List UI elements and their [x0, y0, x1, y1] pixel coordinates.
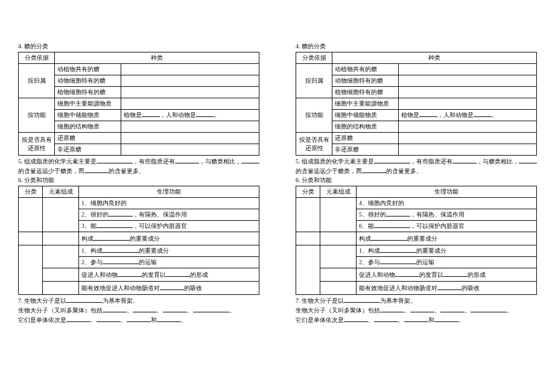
- section7-text: 7. 生物大分子是以为基本骨架。 生物大分子（又叫多聚体）包括、、、。 它们是单…: [18, 296, 259, 325]
- cell-blank: [121, 87, 259, 98]
- row-function: 按功能: [296, 98, 332, 133]
- cell-blank: [19, 245, 43, 295]
- right-column: 4. 糖的分类 分类依据 种类 按归属 动植物共有的糖 动物细胞特有的糖 植物细…: [296, 42, 537, 374]
- cell-shared-sugar: 动植物共有的糖: [332, 64, 399, 75]
- section5-text: 5. 组成脂质的化学元素主要是，有些脂质还有，与糖类相比， 的含量远远少于糖类，…: [18, 157, 259, 176]
- cell-energy: 细胞中主要能源物质: [332, 98, 399, 110]
- cell-blank: [399, 144, 537, 156]
- section7-text-r: 7. 生物大分子是以为基本骨架。 生物大分子（又叫多聚体）包括、、、。 它们是单…: [296, 296, 537, 325]
- cell-nonreducing-sugar: 非还原糖: [55, 144, 121, 156]
- header-function: 生理功能: [79, 186, 259, 198]
- cell-blank: [43, 232, 79, 245]
- cell-func: 构成的重要成分: [79, 232, 259, 245]
- cell-blank: [296, 245, 320, 295]
- header-class: 分类: [19, 186, 43, 198]
- cell-blank: [121, 98, 259, 110]
- cell-energy: 细胞中主要能源物质: [55, 98, 121, 110]
- section6-title-r: 6. 分类和功能: [296, 176, 537, 185]
- table-lipid-classification-r: 分类 元素组成 生理功能 4、细胞内良好的 5、很好的，有隔热、保温作用 6、能…: [296, 186, 537, 295]
- cell-plant-sugar: 植物细胞特有的糖: [55, 87, 121, 98]
- cell-func: 1、构成的重要成分: [357, 245, 537, 257]
- section4-title-r: 4. 糖的分类: [296, 42, 537, 51]
- cell-func: 5、很好的，有隔热、保温作用: [357, 209, 537, 221]
- cell-blank: [43, 282, 79, 295]
- cell-blank: [121, 133, 259, 144]
- cell-storage: 细胞中储能物质: [332, 110, 399, 121]
- table-lipid-classification: 分类 元素组成 生理功能 1、细胞内良好的 2、很好的，有隔热、保温作用 3、能…: [18, 186, 259, 295]
- cell-func: 促进人和动物的发育以的形成: [79, 268, 259, 282]
- table-sugar-classification-r: 分类依据 种类 按归属 动植物共有的糖 动物细胞特有的糖 植物细胞特有的糖 按功…: [296, 52, 537, 156]
- cell-func: 能有效地促进人和动物肠道对的吸收: [79, 282, 259, 295]
- cell-func: 2、参与的运输: [357, 257, 537, 268]
- left-column: 4. 糖的分类 分类依据 种类 按归属 动植物共有的糖 动物细胞特有的糖 植物细…: [18, 42, 259, 374]
- cell-blank: [399, 64, 537, 75]
- cell-structure: 细胞的结构物质: [332, 121, 399, 133]
- cell-func: 能有效地促进人和动物肠道对的吸收: [357, 282, 537, 295]
- row-reducing: 按是否具有还原性: [19, 133, 55, 156]
- cell-storage-detail: 植物是，人和动物是。: [399, 110, 537, 121]
- cell-animal-sugar: 动物细胞特有的糖: [332, 75, 399, 87]
- cell-blank: [296, 198, 320, 232]
- cell-blank: [320, 198, 357, 232]
- cell-blank: [320, 282, 357, 295]
- cell-blank: [399, 75, 537, 87]
- cell-shared-sugar: 动植物共有的糖: [55, 64, 121, 75]
- cell-blank: [320, 245, 357, 268]
- cell-blank: [296, 232, 320, 245]
- header-class: 分类: [296, 186, 320, 198]
- cell-blank: [43, 268, 79, 282]
- cell-blank: [399, 98, 537, 110]
- header-elements: 元素组成: [320, 186, 357, 198]
- cell-func: 1、细胞内良好的: [79, 198, 259, 209]
- cell-blank: [399, 121, 537, 133]
- header-elements: 元素组成: [43, 186, 79, 198]
- row-belong: 按归属: [296, 64, 332, 98]
- cell-plant-sugar: 植物细胞特有的糖: [332, 87, 399, 98]
- cell-func: 4、细胞内良好的: [357, 198, 537, 209]
- header-type: 种类: [55, 52, 259, 64]
- cell-reducing-sugar: 还原糖: [332, 133, 399, 144]
- section4-title: 4. 糖的分类: [18, 42, 259, 51]
- section5-text-r: 5. 组成脂质的化学元素主要是，有些脂质还有，与糖类相比， 的含量远远少于糖类，…: [296, 157, 537, 176]
- cell-func: 2、很好的，有隔热、保温作用: [79, 209, 259, 221]
- header-basis: 分类依据: [19, 52, 55, 64]
- cell-blank: [320, 232, 357, 245]
- cell-blank: [19, 198, 43, 232]
- cell-storage-detail: 植物是，人和动物是。: [121, 110, 259, 121]
- cell-blank: [43, 198, 79, 232]
- cell-blank: [121, 121, 259, 133]
- row-reducing: 按是否具有还原性: [296, 133, 332, 156]
- cell-func: 3、能，可以保护内脏器官: [79, 221, 259, 232]
- cell-blank: [121, 64, 259, 75]
- row-belong: 按归属: [19, 64, 55, 98]
- cell-animal-sugar: 动物细胞特有的糖: [55, 75, 121, 87]
- cell-nonreducing-sugar: 非还原糖: [332, 144, 399, 156]
- cell-func: 构成的重要成分: [357, 232, 537, 245]
- cell-func: 2、参与的运输: [79, 257, 259, 268]
- header-function: 生理功能: [357, 186, 537, 198]
- table-sugar-classification: 分类依据 种类 按归属 动植物共有的糖 动物细胞特有的糖 植物细胞特有的糖 按功…: [18, 52, 259, 156]
- header-type: 种类: [332, 52, 537, 64]
- cell-reducing-sugar: 还原糖: [55, 133, 121, 144]
- header-basis: 分类依据: [296, 52, 332, 64]
- row-function: 按功能: [19, 98, 55, 133]
- cell-blank: [399, 133, 537, 144]
- cell-func: 促进人和动物的发育以的形成: [357, 268, 537, 282]
- cell-blank: [320, 268, 357, 282]
- cell-blank: [121, 144, 259, 156]
- cell-func: 1、构成的重要成分: [79, 245, 259, 257]
- cell-blank: [121, 75, 259, 87]
- cell-storage: 细胞中储能物质: [55, 110, 121, 121]
- cell-blank: [19, 232, 43, 245]
- section6-title: 6. 分类和功能: [18, 176, 259, 185]
- cell-structure: 细胞的结构物质: [55, 121, 121, 133]
- cell-func: 6、能，可以保护内脏器官: [357, 221, 537, 232]
- cell-blank: [399, 87, 537, 98]
- cell-blank: [43, 245, 79, 268]
